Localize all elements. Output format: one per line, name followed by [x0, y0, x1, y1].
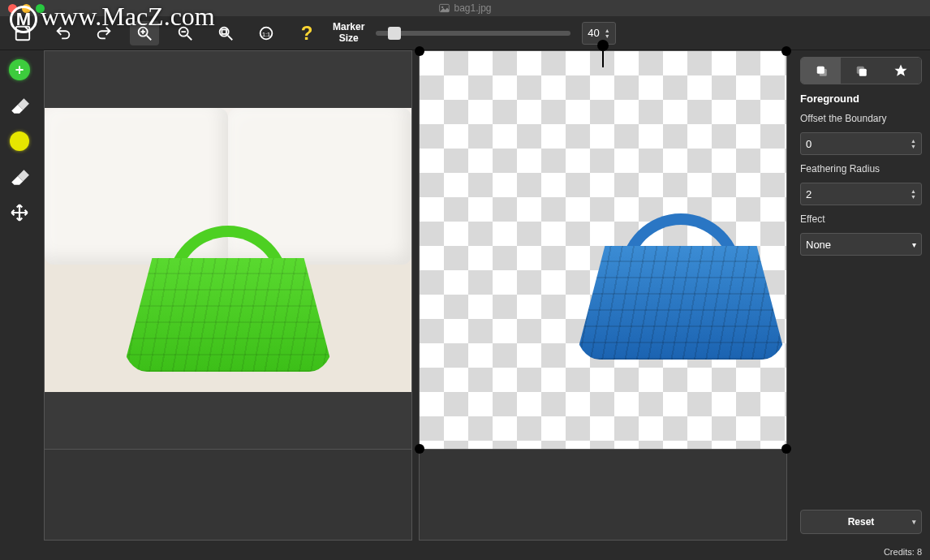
crop-handle-bottom-right[interactable]	[781, 444, 791, 454]
rotate-handle[interactable]	[597, 40, 609, 51]
svg-point-10	[220, 27, 229, 36]
window-filename: bag1.jpg	[454, 2, 491, 14]
redo-button[interactable]	[89, 21, 118, 45]
tab-background[interactable]	[841, 58, 880, 84]
main-content: +	[0, 50, 930, 541]
stepper-down-icon[interactable]: ▼	[911, 144, 916, 149]
plus-circle-icon: +	[9, 59, 30, 80]
source-image	[45, 108, 411, 392]
properties-panel: Foreground Offset the Boundary 0 ▲▼ Feat…	[792, 50, 930, 541]
canvas-panels	[39, 50, 792, 541]
stepper-down-icon[interactable]: ▼	[911, 194, 916, 200]
status-bar: Credits: 8	[0, 544, 930, 560]
source-panel-tray	[44, 450, 412, 541]
stepper-up-icon[interactable]: ▲	[911, 138, 916, 144]
window-title: bag1.jpg	[438, 2, 491, 14]
credits-text: Credits: 8	[884, 547, 922, 557]
svg-line-11	[228, 35, 233, 40]
reset-label: Reset	[848, 516, 875, 528]
stepper-down-icon[interactable]: ▼	[605, 33, 610, 39]
source-canvas[interactable]	[44, 50, 412, 450]
marker-size-label: Marker Size	[333, 22, 364, 43]
offset-boundary-value: 0	[806, 138, 812, 150]
image-file-icon	[438, 2, 450, 14]
marker-size-value: 40	[588, 27, 599, 39]
tab-foreground[interactable]	[801, 58, 841, 84]
offset-boundary-field[interactable]: 0 ▲▼	[800, 132, 922, 155]
slider-thumb[interactable]	[388, 27, 401, 40]
add-marker-tool[interactable]: +	[6, 57, 32, 83]
result-panel-tray	[419, 450, 787, 541]
feathering-radius-value: 2	[806, 188, 812, 200]
help-icon: ?	[301, 22, 313, 45]
help-button[interactable]: ?	[292, 21, 321, 45]
yellow-circle-icon	[10, 131, 29, 151]
source-panel	[44, 50, 412, 541]
marker-size-slider[interactable]	[376, 31, 570, 36]
result-panel	[419, 50, 787, 541]
eraser-foreground-tool[interactable]	[6, 93, 32, 118]
window-titlebar: bag1.jpg	[0, 0, 930, 16]
minimize-window-button[interactable]	[22, 4, 31, 13]
feathering-radius-field[interactable]: 2 ▲▼	[800, 183, 922, 205]
crop-handle-top-right[interactable]	[781, 46, 791, 56]
crop-handle-bottom-left[interactable]	[415, 444, 424, 454]
handbag-green	[123, 226, 334, 372]
move-tool[interactable]	[6, 200, 32, 226]
maximize-window-button[interactable]	[36, 4, 45, 13]
side-toolbar: +	[0, 50, 39, 541]
main-toolbar: 1:1 ? Marker Size 40 ▲ ▼	[0, 16, 930, 50]
close-window-button[interactable]	[8, 4, 17, 13]
svg-point-1	[441, 6, 443, 8]
zoom-out-button[interactable]	[170, 21, 200, 45]
effect-value: None	[806, 239, 831, 251]
stepper-up-icon[interactable]: ▲	[911, 188, 916, 194]
section-title: Foreground	[800, 93, 922, 105]
handbag-blue	[575, 213, 786, 360]
move-arrows-icon	[9, 202, 30, 223]
layers-front-icon	[814, 63, 829, 78]
svg-text:1:1: 1:1	[262, 30, 270, 37]
chevron-down-icon: ▾	[912, 240, 916, 249]
crop-handle-top-left[interactable]	[415, 46, 424, 56]
svg-rect-18	[857, 67, 864, 74]
panel-tabs	[800, 57, 922, 84]
reset-button[interactable]: Reset	[800, 510, 922, 534]
result-canvas[interactable]	[419, 50, 787, 450]
offset-boundary-label: Offset the Boundary	[800, 113, 922, 124]
tab-favorites[interactable]	[881, 58, 921, 84]
undo-button[interactable]	[49, 21, 78, 45]
effect-dropdown[interactable]: None ▾	[800, 233, 922, 256]
eraser-background-tool[interactable]	[6, 164, 32, 190]
zoom-tool-button[interactable]	[130, 21, 159, 45]
zoom-actual-button[interactable]: 1:1	[252, 21, 281, 45]
eraser-icon	[9, 95, 30, 116]
zoom-fit-button[interactable]	[211, 21, 240, 45]
star-icon	[893, 63, 908, 78]
save-icon-button[interactable]	[8, 21, 37, 45]
background-marker-tool[interactable]	[6, 128, 32, 154]
eraser-icon	[9, 166, 30, 187]
stepper-up-icon[interactable]: ▲	[605, 28, 610, 33]
effect-label: Effect	[800, 213, 922, 225]
feathering-radius-label: Feathering Radius	[800, 163, 922, 174]
svg-rect-16	[819, 69, 826, 76]
svg-line-8	[187, 35, 192, 40]
layers-back-icon	[854, 63, 868, 78]
svg-rect-12	[222, 29, 226, 34]
svg-line-4	[147, 35, 152, 40]
